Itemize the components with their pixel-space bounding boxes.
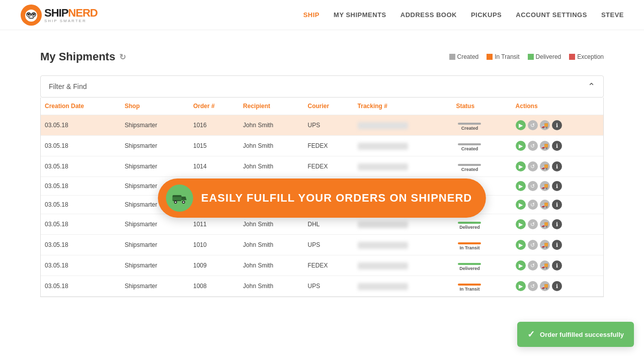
action-info-icon[interactable]: ℹ <box>552 181 562 191</box>
nav-pickups[interactable]: PICKUPS <box>471 11 502 19</box>
action-copy-icon[interactable]: ↺ <box>528 181 538 191</box>
status-badge: In Transit <box>456 242 483 251</box>
action-print-icon[interactable]: ▶ <box>516 200 526 210</box>
action-print-icon[interactable]: ▶ <box>516 281 526 291</box>
cell-shop: Shipsmarter <box>121 276 189 297</box>
action-copy-icon[interactable]: ↺ <box>528 281 538 291</box>
action-truck-icon[interactable]: 🚚 <box>540 281 550 291</box>
nav-my-shipments[interactable]: MY SHIPMENTS <box>334 11 386 19</box>
actions-cell: ▶ ↺ 🚚 ℹ <box>516 281 599 291</box>
nav-address-book[interactable]: ADDRESS BOOK <box>400 11 457 19</box>
action-print-icon[interactable]: ▶ <box>516 219 526 229</box>
action-truck-icon[interactable]: 🚚 <box>540 200 550 210</box>
cell-date: 03.05.18 <box>41 177 121 196</box>
actions-cell: ▶ ↺ 🚚 ℹ <box>516 200 599 210</box>
action-truck-icon[interactable]: 🚚 <box>540 219 550 229</box>
status-badge: Delivered <box>456 262 483 272</box>
tracking-number: 1Z9F1839004784 <box>358 283 408 290</box>
status-badge: Delivered <box>456 221 483 230</box>
cell-date: 03.05.18 <box>41 235 121 255</box>
cell-status: Delivered <box>452 255 511 276</box>
cell-status: In Transit <box>452 276 511 297</box>
action-copy-icon[interactable]: ↺ <box>528 219 538 229</box>
promo-banner[interactable]: EASILY FULFILL YOUR ORDERS ON SHIPNERD <box>158 178 486 218</box>
chevron-up-icon: ⌃ <box>588 81 595 92</box>
cell-date: 03.05.18 <box>41 276 121 297</box>
cell-status: Created <box>452 115 511 136</box>
cell-tracking: 1Z9F1839004784 <box>354 156 452 177</box>
cell-tracking: 1Z9F1839004784 <box>354 255 452 276</box>
cell-status: Created <box>452 156 511 177</box>
action-copy-icon[interactable]: ↺ <box>528 240 538 250</box>
nav-ship[interactable]: SHIP <box>303 11 319 19</box>
cell-actions: ▶ ↺ 🚚 ℹ <box>512 177 603 196</box>
cell-date: 03.05.18 <box>41 136 121 156</box>
col-recipient: Recipient <box>239 98 303 115</box>
actions-cell: ▶ ↺ 🚚 ℹ <box>516 120 599 130</box>
tracking-number: 1Z9F1839004784 <box>358 262 408 269</box>
action-print-icon[interactable]: ▶ <box>516 240 526 250</box>
cell-courier: FEDEX <box>303 156 353 177</box>
action-info-icon[interactable]: ℹ <box>552 281 562 291</box>
action-truck-icon[interactable]: 🚚 <box>540 120 550 130</box>
action-print-icon[interactable]: ▶ <box>516 260 526 270</box>
action-copy-icon[interactable]: ↺ <box>528 120 538 130</box>
promo-truck-icon <box>166 185 193 212</box>
header: SHIPNERD SHIP SMARTER SHIP MY SHIPMENTS … <box>0 0 644 30</box>
action-copy-icon[interactable]: ↺ <box>528 200 538 210</box>
action-copy-icon[interactable]: ↺ <box>528 161 538 171</box>
action-info-icon[interactable]: ℹ <box>552 260 562 270</box>
actions-cell: ▶ ↺ 🚚 ℹ <box>516 161 599 171</box>
action-print-icon[interactable]: ▶ <box>516 120 526 130</box>
cell-actions: ▶ ↺ 🚚 ℹ <box>512 196 603 214</box>
cell-date: 03.05.18 <box>41 115 121 136</box>
col-status: Status <box>452 98 511 115</box>
table-row: 03.05.18 Shipsmarter 1015 John Smith FED… <box>41 136 603 156</box>
action-info-icon[interactable]: ℹ <box>552 161 562 171</box>
status-badge: Created <box>456 122 483 131</box>
action-info-icon[interactable]: ℹ <box>552 219 562 229</box>
cell-courier: UPS <box>303 276 353 297</box>
legend: Created In Transit Delivered Exception <box>449 53 604 60</box>
action-info-icon[interactable]: ℹ <box>552 120 562 130</box>
filter-bar[interactable]: Filter & Find ⌃ <box>40 75 604 98</box>
legend-exception: Exception <box>569 53 604 60</box>
cell-actions: ▶ ↺ 🚚 ℹ <box>512 235 603 255</box>
cell-tracking: 1Z9F1839004784 <box>354 276 452 297</box>
cell-recipient: John Smith <box>239 276 303 297</box>
cell-courier: FEDEX <box>303 255 353 276</box>
action-truck-icon[interactable]: 🚚 <box>540 260 550 270</box>
cell-recipient: John Smith <box>239 115 303 136</box>
action-info-icon[interactable]: ℹ <box>552 141 562 151</box>
logo-text: SHIPNERD <box>44 7 98 20</box>
action-copy-icon[interactable]: ↺ <box>528 141 538 151</box>
actions-cell: ▶ ↺ 🚚 ℹ <box>516 181 599 191</box>
status-badge: Created <box>456 163 483 172</box>
cell-courier: UPS <box>303 115 353 136</box>
action-info-icon[interactable]: ℹ <box>552 200 562 210</box>
action-truck-icon[interactable]: 🚚 <box>540 240 550 250</box>
cell-recipient: John Smith <box>239 136 303 156</box>
action-print-icon[interactable]: ▶ <box>516 141 526 151</box>
action-truck-icon[interactable]: 🚚 <box>540 141 550 151</box>
nav-account-settings[interactable]: ACCOUNT SETTINGS <box>516 11 587 19</box>
tracking-number: 1Z9F1839004784 <box>358 242 408 249</box>
action-truck-icon[interactable]: 🚚 <box>540 181 550 191</box>
refresh-icon[interactable]: ↻ <box>119 52 126 62</box>
actions-cell: ▶ ↺ 🚚 ℹ <box>516 141 599 151</box>
action-info-icon[interactable]: ℹ <box>552 240 562 250</box>
action-print-icon[interactable]: ▶ <box>516 161 526 171</box>
action-print-icon[interactable]: ▶ <box>516 181 526 191</box>
cell-recipient: John Smith <box>239 235 303 255</box>
cell-order: 1008 <box>189 276 239 297</box>
cell-recipient: John Smith <box>239 255 303 276</box>
cell-tracking: 1Z9F1839004784 <box>354 115 452 136</box>
action-copy-icon[interactable]: ↺ <box>528 260 538 270</box>
svg-point-14 <box>175 202 176 203</box>
nav-user[interactable]: STEVE <box>601 11 624 19</box>
toast-text: Order fulfilled successfully <box>540 331 624 338</box>
legend-dot-exception <box>569 54 575 60</box>
action-truck-icon[interactable]: 🚚 <box>540 161 550 171</box>
col-tracking: Tracking # <box>354 98 452 115</box>
cell-courier: FEDEX <box>303 136 353 156</box>
